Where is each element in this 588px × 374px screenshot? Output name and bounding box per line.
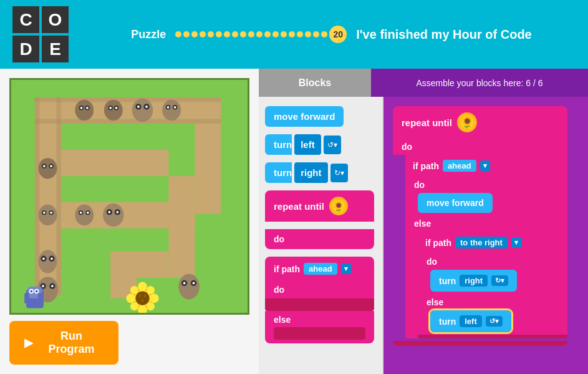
svg-point-22 xyxy=(109,107,112,109)
assembled-else-2: else xyxy=(418,294,567,310)
svg-point-48 xyxy=(51,257,53,260)
assembled-else-1: else xyxy=(405,215,567,232)
svg-point-23 xyxy=(115,107,118,109)
turn-right-block[interactable]: turn right ↻▾ xyxy=(265,162,376,183)
assemble-tab-label: Assemble your blocks here: 6 / 6 xyxy=(416,78,542,88)
assembled-turn-left-arrow: ↺▾ xyxy=(486,316,503,327)
right-block-bottom xyxy=(418,335,567,338)
if-body xyxy=(265,298,374,311)
assembled-ahead-dropdown[interactable]: ▾ xyxy=(480,160,490,171)
assemble-tab[interactable]: Assemble your blocks here: 6 / 6 xyxy=(371,69,588,97)
if-else-label: else xyxy=(265,311,374,343)
svg-point-63 xyxy=(117,211,119,214)
svg-point-76 xyxy=(143,295,146,297)
run-program-button[interactable]: ▶ Run Program xyxy=(9,321,118,365)
blocks-list: move forward turn left ↺▾ turn xyxy=(259,97,383,374)
dot-6 xyxy=(216,31,222,37)
blocks-tab[interactable]: Blocks xyxy=(259,69,371,97)
assembled-repeat-header: repeat until 🌻 xyxy=(393,106,567,139)
svg-point-24 xyxy=(132,99,153,122)
svg-point-34 xyxy=(39,158,57,179)
dot-13 xyxy=(272,31,279,37)
dot-10 xyxy=(248,31,254,37)
logo-o: O xyxy=(42,6,69,33)
svg-point-66 xyxy=(138,282,147,292)
repeat-until-block[interactable]: repeat until 🌻 xyxy=(265,190,374,222)
blocks-header: Blocks Assemble your blocks here: 6 / 6 xyxy=(259,69,588,97)
svg-rect-9 xyxy=(168,202,195,278)
assembled-do-1: do xyxy=(393,139,567,155)
assembled-if-path-right: if path to the right ▾ do xyxy=(418,232,567,338)
svg-point-59 xyxy=(103,204,124,227)
assembled-sunflower: 🌻 xyxy=(457,112,477,132)
dot-16 xyxy=(297,31,303,37)
turn-right-arrow: ↻▾ xyxy=(330,164,348,182)
logo-e: E xyxy=(42,36,69,62)
move-forward-block[interactable]: move forward xyxy=(265,106,344,127)
svg-rect-2 xyxy=(195,97,221,214)
dot-9 xyxy=(240,31,246,37)
assembled-block: repeat until 🌻 do if path ahead xyxy=(393,106,567,346)
svg-point-28 xyxy=(145,106,148,108)
svg-point-71 xyxy=(147,286,155,294)
svg-point-14 xyxy=(75,100,94,121)
dot-current: 20 xyxy=(329,26,347,43)
svg-point-52 xyxy=(42,285,44,287)
svg-point-19 xyxy=(104,100,123,121)
assembled-ahead-tag: ahead xyxy=(443,160,476,172)
code-logo: C O D E xyxy=(12,6,69,62)
turn-left-tag: left xyxy=(294,134,321,155)
assembled-turn-right-arrow: ↻▾ xyxy=(491,275,508,286)
svg-point-47 xyxy=(42,257,45,260)
run-label: Run Program xyxy=(39,330,104,356)
run-icon: ▶ xyxy=(24,336,33,350)
svg-point-43 xyxy=(50,212,52,214)
finished-text: I've finished my Hour of Code xyxy=(356,27,531,42)
dot-17 xyxy=(305,31,311,37)
if-path-tag: ahead xyxy=(304,263,337,275)
svg-point-72 xyxy=(130,302,138,310)
svg-point-27 xyxy=(137,106,140,108)
assembled-turn-left-tag: left xyxy=(460,315,482,327)
svg-point-73 xyxy=(147,302,155,310)
svg-point-39 xyxy=(39,205,57,226)
game-area: ▶ Run Program xyxy=(0,69,259,374)
if-path-block-list[interactable]: if path ahead ▾ do else xyxy=(265,257,374,343)
logo-d: D xyxy=(12,36,39,62)
assembled-repeat-label: repeat until xyxy=(402,117,452,128)
dot-2 xyxy=(183,31,190,37)
svg-rect-10 xyxy=(35,97,221,102)
assembled-move-forward: move forward xyxy=(418,193,567,213)
dot-18 xyxy=(313,31,319,37)
svg-point-74 xyxy=(135,291,149,305)
if-do-label: do xyxy=(265,281,374,298)
puzzle-dots: 20 xyxy=(175,26,347,43)
svg-point-69 xyxy=(150,293,159,303)
dot-14 xyxy=(281,31,287,37)
svg-point-29 xyxy=(162,100,181,121)
turn-left-block[interactable]: turn left ↺▾ xyxy=(265,134,376,155)
svg-point-82 xyxy=(193,282,195,285)
svg-point-70 xyxy=(130,286,138,294)
svg-rect-11 xyxy=(35,119,221,123)
svg-point-44 xyxy=(39,250,57,273)
svg-rect-12 xyxy=(35,97,39,295)
svg-point-77 xyxy=(142,300,144,302)
turn-left-arrow: ↺▾ xyxy=(324,135,341,154)
if-path-dropdown[interactable]: ▾ xyxy=(341,263,351,274)
svg-point-62 xyxy=(108,211,110,214)
assembled-to-right-tag: to the right xyxy=(455,237,508,249)
svg-point-87 xyxy=(31,290,33,293)
dot-15 xyxy=(289,31,295,37)
svg-rect-13 xyxy=(56,97,60,295)
blocks-tab-label: Blocks xyxy=(299,77,331,89)
assembled-right-dropdown[interactable]: ▾ xyxy=(511,237,521,248)
dot-19 xyxy=(321,31,327,37)
assembled-turn-right: turn right ↻▾ xyxy=(430,270,567,292)
puzzle-label: Puzzle xyxy=(131,28,166,41)
dot-11 xyxy=(256,31,263,37)
assembled-do-3: do xyxy=(418,253,567,270)
sunflower-icon-repeat: 🌻 xyxy=(329,197,348,215)
game-canvas xyxy=(9,78,249,315)
blocks-panel: Blocks Assemble your blocks here: 6 / 6 … xyxy=(259,69,588,374)
